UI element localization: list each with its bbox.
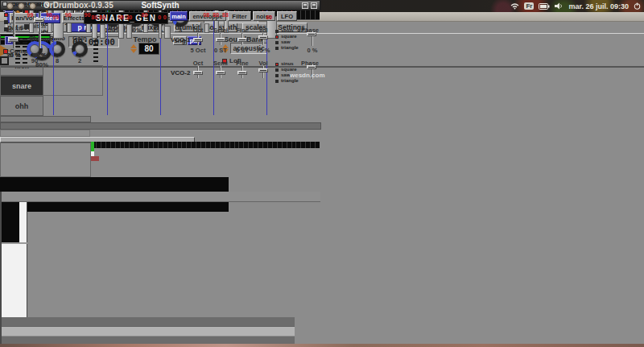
vco2-phase-slider-handle[interactable] bbox=[307, 65, 316, 69]
velocity-bar[interactable] bbox=[164, 26, 171, 39]
velocity-bar[interactable] bbox=[100, 24, 105, 39]
velocity-bar[interactable] bbox=[126, 24, 132, 39]
piano-roll-panel: piano roll : rock - snareTrack Controls … bbox=[0, 192, 322, 347]
vco2-wave-triangle[interactable] bbox=[275, 80, 279, 83]
vco1-oct-value: 5 Oct bbox=[191, 47, 206, 54]
vco2-slider-handle[interactable] bbox=[216, 71, 225, 75]
black-key-c-3[interactable] bbox=[2, 210, 19, 218]
black-key-d-3[interactable] bbox=[2, 202, 19, 210]
vco1-wave-label-saw: saw bbox=[281, 39, 290, 44]
ordrumbox-window: OrDrumbox-0.9.35 Fr mar. 26 juil. 09:30 … bbox=[0, 0, 644, 347]
stepseq-hscroll-track[interactable] bbox=[0, 122, 321, 130]
window-maximize-button[interactable] bbox=[29, 2, 36, 10]
velocity-option-velo[interactable] bbox=[4, 13, 8, 17]
cutoff-slider-track[interactable] bbox=[13, 11, 15, 48]
window-close-button[interactable] bbox=[6, 2, 14, 10]
panel-restore-icon[interactable] bbox=[302, 2, 308, 9]
desktop-edge-strip bbox=[0, 344, 644, 347]
vco2-slider-handle[interactable] bbox=[193, 71, 203, 75]
vco1-slider-handle[interactable] bbox=[216, 38, 225, 42]
vco2-wave-label-sinus: sinus bbox=[281, 61, 294, 66]
vco1-wave-triangle[interactable] bbox=[275, 47, 279, 50]
comp-vu-meter bbox=[93, 36, 98, 62]
synth-tab-main[interactable]: main bbox=[170, 11, 188, 21]
volume-icon[interactable] bbox=[555, 2, 564, 10]
vco1-label: VCO-1 bbox=[171, 36, 190, 43]
black-key-f-2[interactable] bbox=[2, 234, 19, 242]
comp-gain-knob[interactable] bbox=[72, 41, 88, 57]
velocity-option-pano[interactable] bbox=[4, 20, 8, 24]
window-title: OrDrumbox-0.9.35 bbox=[43, 1, 114, 10]
velocity-value: 0 bbox=[158, 14, 161, 20]
piano-keyboard[interactable] bbox=[2, 202, 27, 317]
overview-note[interactable] bbox=[91, 156, 99, 161]
system-tray: Fr mar. 26 juil. 09:30 bbox=[510, 0, 641, 12]
vco2-wave-saw[interactable] bbox=[275, 74, 279, 77]
velocity-value: 99 bbox=[118, 14, 124, 20]
velocity-bar[interactable] bbox=[204, 23, 209, 33]
cutoff-slider-handle[interactable] bbox=[8, 37, 19, 42]
grid-row-d3 bbox=[2, 327, 295, 337]
pattern-pano-value: 3 bbox=[179, 27, 182, 34]
velocity-value: 80 bbox=[99, 14, 105, 20]
velocity-value: 0 bbox=[163, 14, 167, 20]
rez-slider-handle[interactable] bbox=[34, 18, 44, 23]
vco1-wave-sinus[interactable] bbox=[275, 30, 279, 33]
vco1-slider-handle[interactable] bbox=[237, 38, 247, 42]
vco1-vol-value: 75 % bbox=[256, 47, 270, 54]
overview-left-cell bbox=[0, 116, 91, 122]
comp-ratio-value: 8 bbox=[56, 57, 59, 64]
track-name-cell[interactable]: ohh bbox=[0, 96, 43, 116]
softsynth-title: SoftSynth bbox=[141, 1, 179, 10]
clock[interactable]: mar. 26 juil. 09:30 bbox=[568, 2, 629, 10]
power-icon[interactable] bbox=[634, 2, 641, 10]
white-key-divider bbox=[2, 243, 27, 244]
velocity-value: 80 bbox=[213, 12, 219, 18]
generator-label: CLAP_GEN bbox=[11, 1, 44, 8]
velocity-value: 60 bbox=[266, 14, 272, 20]
vco1-fine-value: 0 ST bbox=[236, 47, 249, 54]
velocity-value: 88 bbox=[222, 12, 229, 18]
vco1-wave-square[interactable] bbox=[275, 35, 279, 39]
velocity-value: 99 bbox=[52, 14, 59, 20]
rez-slider-track[interactable] bbox=[39, 11, 41, 48]
vco1-phase-slider-handle[interactable] bbox=[307, 32, 316, 36]
velocity-value: 80 bbox=[91, 14, 97, 20]
watermark: wesdn.com bbox=[290, 72, 325, 79]
tempo-value: 80 bbox=[138, 43, 159, 55]
stepseq-hscroll-left-zone bbox=[0, 130, 90, 137]
vco2-wave-label-saw: saw bbox=[281, 72, 290, 77]
velocity-value: 90 bbox=[65, 12, 72, 18]
vco1-phase-value: 0 % bbox=[308, 47, 318, 54]
panel-maximize-icon[interactable] bbox=[311, 2, 317, 9]
vco2-wave-square[interactable] bbox=[275, 68, 279, 72]
vco2-wave-sinus[interactable] bbox=[275, 63, 279, 66]
velocity-value: 80 bbox=[142, 12, 148, 18]
vco2-label: VCO-2 bbox=[171, 69, 190, 76]
comp-ratio-knob[interactable] bbox=[49, 41, 65, 57]
velocity-value: 90 bbox=[85, 12, 91, 18]
window-minimize-button[interactable] bbox=[18, 2, 25, 10]
vco2-slider-handle[interactable] bbox=[258, 68, 268, 72]
network-icon[interactable] bbox=[510, 2, 519, 10]
battery-icon[interactable] bbox=[539, 3, 550, 10]
synth-tab-filter[interactable]: Filter bbox=[228, 11, 251, 21]
synth-tab-lfo[interactable]: LFO bbox=[277, 11, 297, 21]
keyboard-layout-indicator[interactable]: Fr bbox=[524, 2, 534, 10]
vco2-slider-handle[interactable] bbox=[237, 71, 247, 75]
vco1-slider-handle[interactable] bbox=[193, 38, 203, 42]
velocity-value: 08 bbox=[203, 12, 209, 18]
compressor-group: CompThr90Ratio8Gain2 bbox=[0, 65, 103, 96]
vco1-wave-label-square: square bbox=[281, 34, 297, 39]
pianoroll-grid[interactable]: C3C3C3C3C3A#2A#2A2G#2 bbox=[2, 317, 295, 347]
vco1-wave-saw[interactable] bbox=[275, 41, 279, 44]
velocity-controls-box bbox=[0, 143, 91, 177]
black-key-a-2[interactable] bbox=[2, 218, 19, 226]
beat-ruler[interactable]: 159131721 bbox=[2, 192, 320, 202]
tempo-spinner[interactable] bbox=[130, 44, 137, 53]
vco1-slider-handle[interactable] bbox=[258, 35, 268, 39]
velocity-value: 90 bbox=[46, 12, 52, 18]
black-key-g-2[interactable] bbox=[2, 226, 19, 234]
vco1-wave-label-sinus: sinus bbox=[281, 28, 294, 33]
velocity-option-pitch[interactable] bbox=[4, 27, 8, 31]
